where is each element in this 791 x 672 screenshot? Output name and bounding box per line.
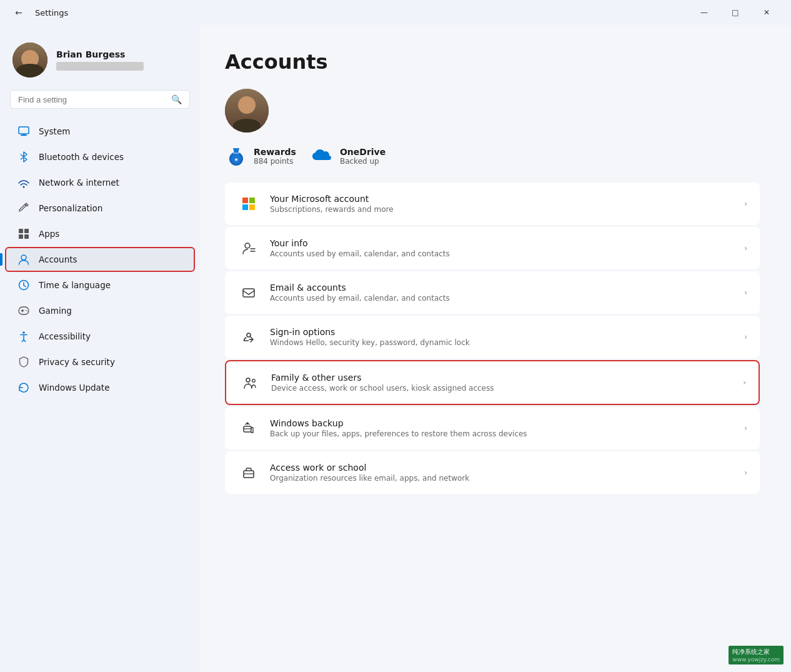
work-school-icon: [237, 461, 260, 484]
email-accounts-title: Email & accounts: [270, 283, 734, 293]
close-button[interactable]: ✕: [752, 3, 781, 23]
user-profile: Brian Burgess: [0, 35, 200, 90]
onedrive-info: OneDrive Backed up: [340, 147, 386, 166]
watermark-line2: www.yowjzy.com: [732, 656, 780, 663]
gaming-icon: [17, 304, 30, 317]
settings-list: Your Microsoft account Subscriptions, re…: [225, 183, 760, 494]
your-info-content: Your info Accounts used by email, calend…: [270, 238, 734, 258]
profile-avatar-large: [225, 89, 269, 133]
email-accounts-content: Email & accounts Accounts used by email,…: [270, 283, 734, 303]
microsoft-account-content: Your Microsoft account Subscriptions, re…: [270, 194, 734, 214]
svg-rect-19: [249, 204, 255, 210]
sign-in-desc: Windows Hello, security key, password, d…: [270, 338, 734, 347]
main-content: Accounts ★: [200, 25, 791, 672]
sidebar-nav: System Bluetooth & devices: [0, 119, 200, 400]
backup-title: Windows backup: [270, 418, 734, 428]
minimize-button[interactable]: —: [690, 3, 719, 23]
accounts-icon: [17, 253, 30, 266]
rewards-icon: ★: [225, 145, 247, 168]
your-info-icon: [237, 237, 260, 259]
sidebar-item-update-label: Windows Update: [39, 383, 109, 393]
microsoft-account-desc: Subscriptions, rewards and more: [270, 205, 734, 214]
setting-row-your-info[interactable]: Your info Accounts used by email, calend…: [225, 227, 760, 269]
setting-row-family[interactable]: Family & other users Device access, work…: [225, 360, 760, 405]
sidebar-item-accounts-label: Accounts: [39, 254, 77, 264]
rewards-value: 884 points: [254, 157, 296, 166]
onedrive-label: OneDrive: [340, 147, 386, 157]
microsoft-account-icon: [237, 193, 260, 215]
setting-row-backup[interactable]: Windows backup Back up your files, apps,…: [225, 407, 760, 449]
sidebar-item-time[interactable]: Time & language: [5, 273, 195, 298]
sidebar-item-accounts[interactable]: Accounts: [5, 247, 195, 272]
work-school-desc: Organization resources like email, apps,…: [270, 474, 734, 483]
titlebar-controls: — □ ✕: [690, 3, 781, 23]
svg-point-12: [22, 331, 25, 334]
profile-avatar-face: [225, 89, 269, 133]
user-info: Brian Burgess: [56, 49, 144, 71]
quick-stats: ★ Rewards 884 points OneDrive Back: [225, 145, 760, 168]
sidebar-item-privacy[interactable]: Privacy & security: [5, 349, 195, 374]
sidebar-item-personalization-label: Personalization: [39, 203, 102, 213]
setting-row-email-accounts[interactable]: Email & accounts Accounts used by email,…: [225, 271, 760, 314]
svg-rect-7: [24, 234, 29, 239]
sidebar-item-accessibility[interactable]: Accessibility: [5, 324, 195, 349]
microsoft-account-chevron: ›: [744, 199, 747, 208]
personalization-icon: [17, 202, 30, 214]
setting-row-work-school[interactable]: Access work or school Organization resou…: [225, 451, 760, 494]
sign-in-title: Sign-in options: [270, 327, 734, 337]
sidebar-item-update[interactable]: Windows Update: [5, 375, 195, 400]
work-school-title: Access work or school: [270, 463, 734, 473]
search-input[interactable]: [18, 95, 166, 104]
sidebar-item-bluetooth[interactable]: Bluetooth & devices: [5, 144, 195, 169]
your-info-title: Your info: [270, 238, 734, 248]
search-icon: 🔍: [171, 94, 182, 104]
backup-desc: Back up your files, apps, preferences to…: [270, 429, 734, 438]
email-accounts-desc: Accounts used by email, calendar, and co…: [270, 294, 734, 303]
profile-card: [225, 89, 760, 133]
apps-icon: [17, 228, 30, 240]
sidebar-item-personalization[interactable]: Personalization: [5, 196, 195, 221]
system-icon: [17, 125, 30, 138]
accessibility-icon: [17, 330, 30, 343]
sidebar-item-apps[interactable]: Apps: [5, 221, 195, 246]
titlebar-left: ← Settings: [10, 4, 68, 21]
user-email-blur: [56, 62, 144, 71]
family-chevron: ›: [743, 378, 746, 387]
titlebar-title: Settings: [35, 8, 68, 18]
svg-text:★: ★: [234, 157, 238, 163]
app-window: Brian Burgess 🔍 System: [0, 25, 791, 672]
svg-rect-16: [242, 198, 248, 203]
svg-rect-17: [249, 198, 255, 203]
privacy-icon: [17, 356, 30, 368]
back-button[interactable]: ←: [10, 4, 27, 21]
rewards-stat: ★ Rewards 884 points: [225, 145, 296, 168]
avatar: [12, 43, 47, 78]
your-info-desc: Accounts used by email, calendar, and co…: [270, 249, 734, 258]
work-school-chevron: ›: [744, 468, 747, 477]
sidebar-item-privacy-label: Privacy & security: [39, 357, 115, 367]
watermark: 纯净系统之家 www.yowjzy.com: [729, 646, 784, 664]
update-icon: [17, 381, 30, 394]
sidebar-item-gaming[interactable]: Gaming: [5, 298, 195, 323]
svg-point-20: [245, 243, 250, 248]
sidebar-item-system[interactable]: System: [5, 119, 195, 144]
search-box[interactable]: 🔍: [10, 90, 190, 109]
maximize-button[interactable]: □: [721, 3, 750, 23]
family-icon: [239, 371, 261, 394]
user-name: Brian Burgess: [56, 49, 144, 59]
svg-rect-4: [19, 229, 23, 233]
svg-point-10: [26, 309, 27, 311]
sidebar-item-network-label: Network & internet: [39, 178, 119, 188]
svg-point-8: [21, 255, 26, 260]
sidebar-item-network[interactable]: Network & internet: [5, 170, 195, 195]
svg-point-11: [27, 311, 28, 312]
onedrive-stat: OneDrive Backed up: [311, 145, 386, 168]
family-title: Family & other users: [271, 373, 733, 383]
onedrive-icon: [311, 145, 334, 168]
svg-point-24: [252, 379, 256, 383]
rewards-label: Rewards: [254, 147, 296, 157]
setting-row-sign-in[interactable]: Sign-in options Windows Hello, security …: [225, 316, 760, 358]
setting-row-microsoft-account[interactable]: Your Microsoft account Subscriptions, re…: [225, 183, 760, 225]
svg-rect-5: [24, 229, 29, 233]
svg-rect-18: [242, 204, 248, 210]
